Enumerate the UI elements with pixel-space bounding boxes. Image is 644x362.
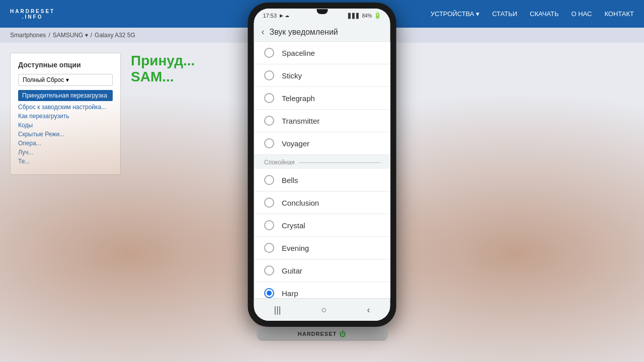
logo-sub: .INFO	[10, 14, 55, 20]
radio-telegraph[interactable]	[264, 93, 274, 103]
sidebar-title: Доступные опции	[18, 61, 113, 69]
radio-spaceline[interactable]	[264, 48, 274, 58]
battery-level: 84%	[362, 13, 372, 19]
status-icons: ▶ ☁	[280, 13, 289, 18]
sound-list[interactable]: Spaceline Sticky Telegraph Transmitter V…	[254, 42, 390, 298]
screen-title: Звук уведомлений	[270, 28, 338, 37]
nav-articles[interactable]: СТАТЬИ	[492, 10, 517, 18]
sidebar-item-luch[interactable]: Луч...	[18, 149, 113, 156]
sidebar-item-hidden[interactable]: Скрытые Режи...	[18, 131, 113, 138]
breadcrumb-galaxy[interactable]: Galaxy A32 5G	[95, 32, 135, 39]
phone-screen: 17:53 ▶ ☁ ▋▋▋ 84% 🔋 ‹ Звук уведомлений	[254, 9, 390, 321]
sound-name-crystal: Crystal	[282, 221, 305, 230]
sound-name-sticky: Sticky	[282, 71, 302, 80]
back-button[interactable]: ‹	[262, 27, 265, 37]
sidebar-item-codes[interactable]: Коды	[18, 122, 113, 129]
battery-icon: 🔋	[374, 12, 381, 19]
nav-home[interactable]: ○	[314, 302, 335, 318]
logo-text: HARDRESET	[10, 9, 55, 14]
radio-harp[interactable]	[264, 288, 274, 298]
radio-voyager[interactable]	[264, 138, 274, 148]
radio-sticky[interactable]	[264, 70, 274, 80]
status-right: ▋▋▋ 84% 🔋	[348, 12, 381, 19]
sound-name-guitar: Guitar	[282, 266, 302, 275]
site-navigation: УСТРОЙСТВА ▾ СТАТЬИ СКАЧАТЬ О НАС КОНТАК…	[431, 10, 634, 18]
nav-contact[interactable]: КОНТАКТ	[604, 10, 634, 18]
sound-item-evening[interactable]: Evening	[254, 237, 390, 259]
sound-name-telegraph: Telegraph	[282, 94, 315, 103]
sound-item-transmitter[interactable]: Transmitter	[254, 110, 390, 132]
sound-item-spaceline[interactable]: Spaceline	[254, 42, 390, 64]
sidebar-dropdown[interactable]: Полный Сброс ▾	[18, 74, 113, 86]
signal-icon: ▋▋▋	[348, 13, 360, 19]
site-logo: HARDRESET .INFO	[10, 9, 55, 20]
sound-name-conclusion: Conclusion	[282, 199, 319, 207]
nav-bar: ||| ○ ‹	[254, 298, 390, 321]
radio-bells[interactable]	[264, 175, 274, 185]
app-header: ‹ Звук уведомлений	[254, 23, 390, 42]
nav-download[interactable]: СКАЧАТЬ	[530, 10, 558, 18]
phone-outer: 17:53 ▶ ☁ ▋▋▋ 84% 🔋 ‹ Звук уведомлений	[248, 3, 396, 327]
nav-back[interactable]: ‹	[359, 302, 377, 318]
sidebar-item-reboot[interactable]: Как перезагрузить	[18, 113, 113, 120]
sound-name-bells: Bells	[282, 176, 298, 185]
sidebar: Доступные опции Полный Сброс ▾ Принудите…	[10, 53, 121, 175]
stand-logo: HARDRESET	[298, 331, 337, 337]
breadcrumb-sep1: /	[48, 32, 50, 39]
phone-stand: HARDRESET ⏻	[257, 327, 387, 341]
section-calm: Спокойная	[254, 155, 390, 169]
status-time: 17:53	[263, 13, 277, 19]
sound-item-guitar[interactable]: Guitar	[254, 259, 390, 282]
breadcrumb-smartphones[interactable]: Smartphones	[10, 32, 46, 39]
sound-item-harp[interactable]: Harp	[254, 282, 390, 298]
breadcrumb-samsung[interactable]: SAMSUNG ▾	[53, 32, 88, 39]
sound-item-sticky[interactable]: Sticky	[254, 64, 390, 87]
sidebar-item-opera[interactable]: Опера...	[18, 140, 113, 147]
nav-about[interactable]: О НАС	[571, 10, 592, 18]
phone-wrapper: 17:53 ▶ ☁ ▋▋▋ 84% 🔋 ‹ Звук уведомлений	[248, 3, 396, 334]
sound-name-harp: Harp	[282, 289, 298, 298]
status-left: 17:53 ▶ ☁	[263, 13, 289, 19]
radio-transmitter[interactable]	[264, 116, 274, 126]
section-calm-label: Спокойная	[264, 159, 294, 166]
breadcrumb-sep2: /	[91, 32, 92, 39]
stand-power-icon: ⏻	[339, 330, 346, 338]
sound-item-voyager[interactable]: Voyager	[254, 132, 390, 155]
sidebar-item-force-restart[interactable]: Принудительная перезагрузка	[18, 90, 113, 101]
radio-conclusion[interactable]	[264, 198, 274, 208]
sidebar-item-reset[interactable]: Сброс к заводским настройка...	[18, 104, 113, 111]
sidebar-item-te[interactable]: Те...	[18, 158, 113, 165]
sound-name-voyager: Voyager	[282, 139, 309, 148]
sound-name-spaceline: Spaceline	[282, 49, 315, 57]
sound-item-crystal[interactable]: Crystal	[254, 214, 390, 237]
section-divider	[299, 162, 380, 163]
radio-crystal[interactable]	[264, 220, 274, 230]
sound-item-telegraph[interactable]: Telegraph	[254, 87, 390, 110]
radio-guitar[interactable]	[264, 265, 274, 276]
nav-devices[interactable]: УСТРОЙСТВА ▾	[431, 10, 479, 18]
sound-item-conclusion[interactable]: Conclusion	[254, 192, 390, 214]
radio-evening[interactable]	[264, 243, 274, 253]
sound-name-evening: Evening	[282, 244, 309, 252]
nav-recent-apps[interactable]: |||	[267, 302, 289, 318]
sound-item-bells[interactable]: Bells	[254, 169, 390, 192]
sound-name-transmitter: Transmitter	[282, 117, 319, 125]
